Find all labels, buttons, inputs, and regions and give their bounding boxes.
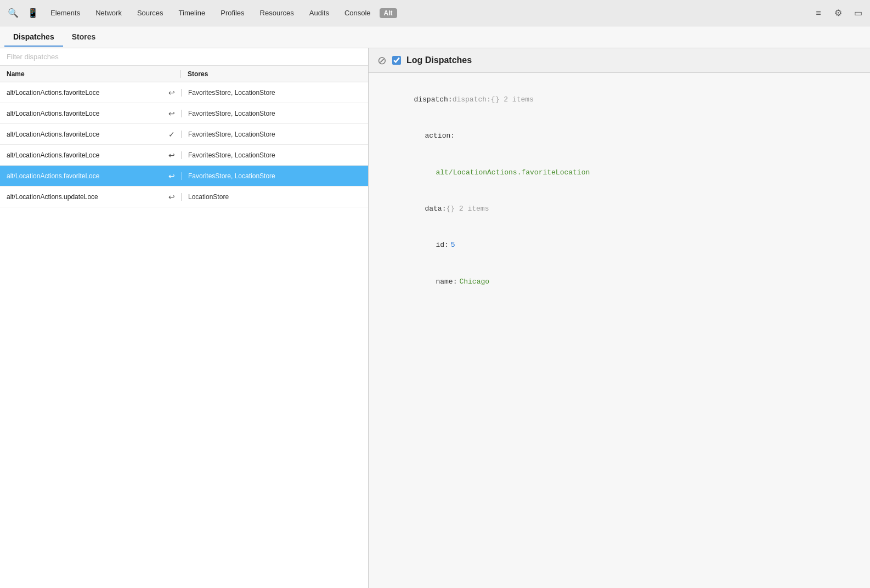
dispatch-stores: FavoritesStore, LocationStore (181, 110, 368, 117)
table-row[interactable]: alt/LocationActions.favoriteLoce ↩ Favor… (0, 145, 368, 166)
tab-dispatches[interactable]: Dispatches (4, 28, 63, 47)
payload-line: alt/LocationActions.favoriteLocation (380, 155, 859, 191)
revert-icon: ↩ (162, 109, 181, 118)
table-row[interactable]: alt/LocationActions.favoriteLoce ↩ Favor… (0, 103, 368, 124)
filter-input[interactable] (7, 53, 361, 61)
table-body: alt/LocationActions.favoriteLoce ↩ Favor… (0, 82, 368, 588)
right-panel-header: ⊘ Log Dispatches (369, 48, 870, 73)
col-stores-header: Stores (181, 70, 368, 78)
right-panel: ⊘ Log Dispatches dispatch:dispatch:{} 2 … (369, 48, 870, 588)
dispatch-name: alt/LocationActions.favoriteLoce (0, 172, 162, 180)
settings-icon[interactable]: ⚙ (831, 5, 846, 21)
dispatch-name: alt/LocationActions.favoriteLoce (0, 89, 162, 97)
network-tab[interactable]: Network (89, 5, 128, 20)
dispatch-name: alt/LocationActions.favoriteLoce (0, 131, 162, 138)
left-panel: Name Stores alt/LocationActions.favorite… (0, 48, 369, 588)
dispatch-name: alt/LocationActions.updateLoce (0, 193, 162, 201)
toolbar: 🔍 📱 Elements Network Sources Timeline Pr… (0, 0, 870, 26)
timeline-tab[interactable]: Timeline (172, 5, 212, 20)
toolbar-right: ≡ ⚙ ▭ (811, 5, 866, 21)
dispatch-stores: FavoritesStore, LocationStore (181, 89, 368, 97)
payload-panel: dispatch:dispatch:{} 2 items action: alt… (369, 73, 870, 588)
log-dispatches-label: Log Dispatches (406, 55, 472, 65)
payload-line: action: (380, 118, 859, 154)
payload-line: dispatch:dispatch:{} 2 items (380, 82, 859, 118)
table-row[interactable]: alt/LocationActions.updateLoce ↩ Locatio… (0, 186, 368, 207)
table-row[interactable]: alt/LocationActions.favoriteLoce ✓ Favor… (0, 124, 368, 145)
main-content: Name Stores alt/LocationActions.favorite… (0, 48, 870, 588)
table-row[interactable]: alt/LocationActions.favoriteLoce ↩ Favor… (0, 166, 368, 186)
check-icon: ✓ (162, 130, 181, 139)
log-dispatches-checkbox[interactable] (392, 56, 401, 65)
action-value: alt/LocationActions.favoriteLocation (436, 168, 590, 177)
table-row[interactable]: alt/LocationActions.favoriteLoce ↩ Favor… (0, 82, 368, 103)
alt-badge: Alt (380, 8, 397, 18)
tab-stores[interactable]: Stores (63, 28, 105, 47)
name-key: name: (436, 278, 457, 286)
revert-icon: ↩ (162, 193, 181, 201)
payload-line: data:{} 2 items (380, 191, 859, 227)
ban-icon[interactable]: ⊘ (377, 54, 387, 67)
dispatch-key: dispatch: (414, 95, 452, 104)
console-tab[interactable]: Console (338, 5, 377, 20)
dispatch-stores: LocationStore (181, 193, 368, 201)
resources-tab[interactable]: Resources (253, 5, 301, 20)
data-key: data: (425, 205, 446, 213)
elements-tab[interactable]: Elements (44, 5, 87, 20)
payload-line: name:Chicago (380, 263, 859, 299)
action-key: action: (425, 132, 455, 140)
payload-line: id:5 (380, 227, 859, 263)
device-icon[interactable]: 📱 (24, 4, 42, 22)
revert-icon: ↩ (162, 151, 181, 160)
drawer-icon[interactable]: ≡ (811, 5, 826, 21)
filter-bar (0, 48, 368, 66)
revert-icon: ↩ (162, 88, 181, 97)
profiles-tab[interactable]: Profiles (214, 5, 251, 20)
dispatch-name: alt/LocationActions.favoriteLoce (0, 110, 162, 117)
id-key: id: (436, 241, 448, 249)
dispatch-name: alt/LocationActions.favoriteLoce (0, 151, 162, 159)
dispatch-stores: FavoritesStore, LocationStore (181, 151, 368, 159)
sources-tab[interactable]: Sources (131, 5, 170, 20)
dispatch-stores: FavoritesStore, LocationStore (181, 131, 368, 138)
revert-icon: ↩ (162, 172, 181, 180)
name-value: Chicago (459, 278, 489, 286)
panel-tabs-bar: Dispatches Stores (0, 26, 870, 48)
col-name-header: Name (0, 70, 181, 78)
audits-tab[interactable]: Audits (303, 5, 336, 20)
id-value: 5 (451, 241, 455, 249)
table-header: Name Stores (0, 66, 368, 82)
dock-icon[interactable]: ▭ (850, 5, 866, 21)
dispatch-stores: FavoritesStore, LocationStore (181, 172, 368, 180)
search-icon[interactable]: 🔍 (4, 4, 22, 22)
